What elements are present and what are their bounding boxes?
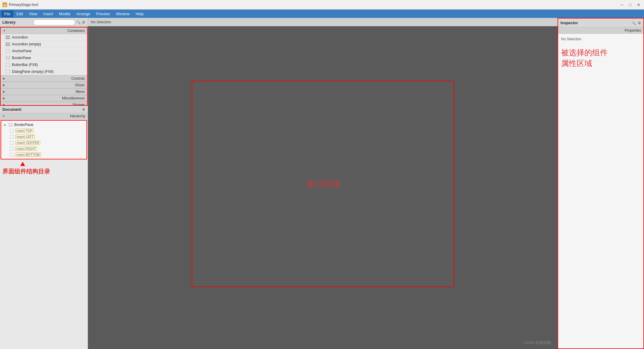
maximize-button[interactable]: □ <box>627 2 633 8</box>
accordion-empty-label: Accordion (empty) <box>12 42 41 46</box>
lib-item-accordion[interactable]: Accordion <box>1 34 87 41</box>
gluon-title: Gluon <box>75 83 85 87</box>
svg-rect-0 <box>6 49 10 53</box>
anchorpane-label: AnchorPane <box>12 49 32 53</box>
menu-help[interactable]: Help <box>133 10 147 17</box>
title-text: PrimaryStage.fxml <box>9 3 38 7</box>
inspector-gear-icon[interactable]: ⚙ <box>638 21 641 25</box>
canvas-topbar: No Selection <box>88 18 558 26</box>
hierarchy-header: ▼ Hierarchy <box>0 113 88 119</box>
menu-arrange[interactable]: Arrange <box>73 10 93 17</box>
insert-center-icon <box>10 140 14 145</box>
lib-item-anchorpane[interactable]: AnchorPane <box>1 48 87 55</box>
section-menu[interactable]: ▶ Menu <box>1 88 87 95</box>
accordion-empty-icon <box>5 42 10 47</box>
title-controls: ─ □ ✕ <box>619 2 642 8</box>
menu-section-title: Menu <box>76 90 85 94</box>
menu-view[interactable]: View <box>26 10 40 17</box>
lib-item-buttonbar[interactable]: ButtonBar (FX8) <box>1 62 87 68</box>
section-gluon[interactable]: ▶ Gluon <box>1 82 87 88</box>
inspector-header: Inspector 🔍 ⚙ <box>558 19 643 27</box>
svg-rect-15 <box>10 141 14 144</box>
lib-item-borderpane[interactable]: BorderPane <box>1 55 87 62</box>
inspector-panel: Inspector 🔍 ⚙ Properties No Selection 被选… <box>558 18 644 349</box>
canvas-content[interactable]: 设计区域 <box>88 26 558 341</box>
hierarchy-arrow: ▼ <box>2 115 5 118</box>
section-containers[interactable]: ▼ Containers <box>1 27 87 34</box>
svg-rect-14 <box>10 135 14 139</box>
left-panel: Library 🔍 ⚙ ▼ Containers <box>0 18 88 349</box>
dialogpane-icon <box>5 69 10 74</box>
section-shapes[interactable]: ▶ Shapes <box>1 102 87 105</box>
no-selection-top: No Selection <box>91 20 111 24</box>
svg-rect-13 <box>10 129 14 133</box>
library-header-controls: 🔍 ⚙ <box>33 19 85 25</box>
anchorpane-icon <box>5 49 10 53</box>
svg-rect-6 <box>6 63 10 67</box>
design-area-label: 设计区域 <box>306 178 340 190</box>
menu-insert[interactable]: Insert <box>40 10 56 17</box>
library-list: ▼ Containers Accordion Accordion (empty) <box>1 27 87 105</box>
misc-title: Miscellaneous <box>62 96 85 100</box>
gluon-arrow: ▶ <box>3 84 5 87</box>
borderpane-hierarchy-label: BorderPane <box>14 123 33 127</box>
hierarchy-insert-right[interactable]: insert RIGHT <box>1 146 86 152</box>
svg-rect-1 <box>6 56 10 60</box>
menu-window[interactable]: Window <box>113 10 133 17</box>
accordion-label: Accordion <box>12 35 28 39</box>
menu-file[interactable]: File <box>1 10 13 17</box>
inspector-no-selection: No Selection <box>561 37 581 41</box>
search-icon[interactable]: 🔍 <box>76 20 81 24</box>
borderpane-expand-icon[interactable]: ⊖ <box>4 123 7 127</box>
misc-arrow: ▶ <box>3 97 5 100</box>
menu-preview[interactable]: Preview <box>93 10 113 17</box>
canvas-area: No Selection 设计区域 CSDN @猪秒肠 <box>88 18 558 349</box>
hierarchy-label: Hierarchy <box>70 114 85 118</box>
document-title: Document <box>2 107 21 112</box>
hierarchy-content: ⊖ BorderPane insert TOP <box>1 121 86 159</box>
menu-edit[interactable]: Edit <box>13 10 26 17</box>
menu-modify[interactable]: Modify <box>56 10 73 17</box>
title-bar-left: ☕ PrimaryStage.fxml <box>2 2 38 7</box>
app-icon: ☕ <box>2 2 7 7</box>
accordion-icon <box>5 35 10 40</box>
shapes-arrow: ▶ <box>3 103 5 105</box>
dialogpane-label: DialogPane (empty) (FX8) <box>12 70 53 74</box>
insert-left-label: insert LEFT <box>16 135 35 139</box>
menu-bar: File Edit View Insert Modify Arrange Pre… <box>0 10 644 18</box>
hierarchy-insert-center[interactable]: insert CENTER <box>1 140 86 146</box>
close-button[interactable]: ✕ <box>636 2 642 8</box>
buttonbar-label: ButtonBar (FX8) <box>12 63 38 67</box>
containers-title: Containers <box>67 29 85 33</box>
hierarchy-insert-bottom[interactable]: insert BOTTOM <box>1 152 86 158</box>
document-gear-icon[interactable]: ⚙ <box>82 107 85 112</box>
hierarchy-insert-top[interactable]: insert TOP <box>1 128 86 134</box>
properties-label: Properties <box>625 28 641 33</box>
section-misc[interactable]: ▶ Miscellaneous <box>1 95 87 102</box>
insert-top-label: insert TOP <box>16 129 33 133</box>
title-bar: ☕ PrimaryStage.fxml ─ □ ✕ <box>0 0 644 10</box>
buttonbar-icon <box>5 62 10 67</box>
svg-rect-17 <box>10 153 14 156</box>
controls-title: Controls <box>71 76 85 81</box>
insert-top-icon <box>10 128 14 133</box>
main-layout: Library 🔍 ⚙ ▼ Containers <box>0 18 644 349</box>
library-search-input[interactable] <box>33 19 75 25</box>
insert-bottom-label: insert BOTTOM <box>16 153 41 157</box>
lib-item-dialogpane[interactable]: DialogPane (empty) (FX8) <box>1 68 87 75</box>
document-header[interactable]: Document ⚙ <box>0 106 88 113</box>
section-controls[interactable]: ▶ Controls <box>1 75 87 82</box>
inspector-search-icon[interactable]: 🔍 <box>631 21 636 25</box>
gear-icon[interactable]: ⚙ <box>82 20 85 24</box>
lib-item-accordion-empty[interactable]: Accordion (empty) <box>1 41 87 48</box>
borderpane-hierarchy-icon <box>8 122 13 127</box>
design-area-box[interactable]: 设计区域 <box>192 81 454 287</box>
svg-rect-16 <box>10 147 14 150</box>
hierarchy-borderpane[interactable]: ⊖ BorderPane <box>1 122 86 128</box>
csdn-watermark: CSDN @猪秒肠 <box>85 339 555 347</box>
hierarchy-insert-left[interactable]: insert LEFT <box>1 134 86 140</box>
controls-arrow: ▶ <box>3 77 5 80</box>
minimize-button[interactable]: ─ <box>619 2 625 8</box>
svg-rect-7 <box>6 70 10 73</box>
document-section: Document ⚙ ▼ Hierarchy ⊖ BorderPane <box>0 106 88 177</box>
